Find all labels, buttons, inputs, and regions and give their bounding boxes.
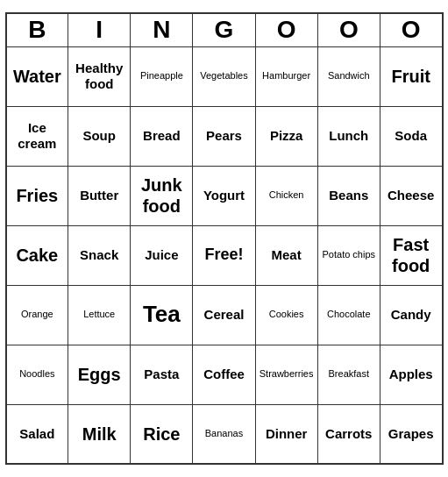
table-cell: Free!: [193, 225, 255, 285]
table-row: CakeSnackJuiceFree!MeatPotato chipsFast …: [6, 225, 443, 285]
table-cell: Cereal: [193, 285, 255, 345]
header-row: BINGOOO: [6, 13, 443, 46]
table-cell: Sandwich: [317, 46, 380, 106]
table-cell: Beans: [317, 166, 380, 225]
table-cell: Soup: [68, 106, 131, 166]
header-cell: N: [131, 13, 193, 46]
table-cell: Rice: [131, 404, 193, 464]
bingo-card: BINGOOO WaterHealthy foodPineappleVegeta…: [5, 12, 444, 465]
table-cell: Salad: [6, 404, 68, 464]
table-cell: Strawberries: [255, 345, 317, 404]
table-cell: Fast food: [380, 225, 442, 285]
table-cell: Lunch: [317, 106, 380, 166]
table-cell: Bananas: [193, 404, 255, 464]
header-cell: G: [193, 13, 255, 46]
header-cell: B: [6, 13, 68, 46]
table-cell: Meat: [255, 225, 317, 285]
table-row: NoodlesEggsPastaCoffeeStrawberriesBreakf…: [6, 345, 443, 404]
table-cell: Orange: [6, 285, 68, 345]
table-row: OrangeLettuceTeaCerealCookiesChocolateCa…: [6, 285, 443, 345]
table-cell: Ice cream: [6, 106, 68, 166]
table-cell: Chocolate: [317, 285, 380, 345]
table-cell: Pears: [193, 106, 255, 166]
table-cell: Lettuce: [68, 285, 131, 345]
table-row: WaterHealthy foodPineappleVegetablesHamb…: [6, 46, 443, 106]
table-cell: Butter: [68, 166, 131, 225]
table-cell: Apples: [380, 345, 442, 404]
bingo-header: BINGOOO: [6, 13, 443, 46]
table-cell: Carrots: [317, 404, 380, 464]
table-cell: Noodles: [6, 345, 68, 404]
table-cell: Cake: [6, 225, 68, 285]
header-cell: I: [68, 13, 131, 46]
table-cell: Tea: [131, 285, 193, 345]
table-cell: Soda: [380, 106, 442, 166]
header-cell: O: [380, 13, 442, 46]
table-row: Ice creamSoupBreadPearsPizzaLunchSoda: [6, 106, 443, 166]
bingo-body: WaterHealthy foodPineappleVegetablesHamb…: [6, 46, 443, 464]
table-cell: Coffee: [193, 345, 255, 404]
table-cell: Potato chips: [317, 225, 380, 285]
table-row: FriesButterJunk foodYogurtChickenBeansCh…: [6, 166, 443, 225]
table-cell: Junk food: [131, 166, 193, 225]
table-cell: Breakfast: [317, 345, 380, 404]
table-cell: Pineapple: [131, 46, 193, 106]
table-cell: Chicken: [255, 166, 317, 225]
table-cell: Water: [6, 46, 68, 106]
table-cell: Snack: [68, 225, 131, 285]
table-cell: Bread: [131, 106, 193, 166]
table-cell: Pizza: [255, 106, 317, 166]
table-cell: Vegetables: [193, 46, 255, 106]
table-cell: Cheese: [380, 166, 442, 225]
header-cell: O: [317, 13, 380, 46]
table-cell: Eggs: [68, 345, 131, 404]
table-cell: Healthy food: [68, 46, 131, 106]
table-cell: Yogurt: [193, 166, 255, 225]
table-cell: Cookies: [255, 285, 317, 345]
table-cell: Juice: [131, 225, 193, 285]
table-cell: Grapes: [380, 404, 442, 464]
header-cell: O: [255, 13, 317, 46]
table-cell: Milk: [68, 404, 131, 464]
table-cell: Fries: [6, 166, 68, 225]
table-cell: Fruit: [380, 46, 442, 106]
table-cell: Candy: [380, 285, 442, 345]
table-cell: Hamburger: [255, 46, 317, 106]
table-cell: Pasta: [131, 345, 193, 404]
table-cell: Dinner: [255, 404, 317, 464]
table-row: SaladMilkRiceBananasDinnerCarrotsGrapes: [6, 404, 443, 464]
